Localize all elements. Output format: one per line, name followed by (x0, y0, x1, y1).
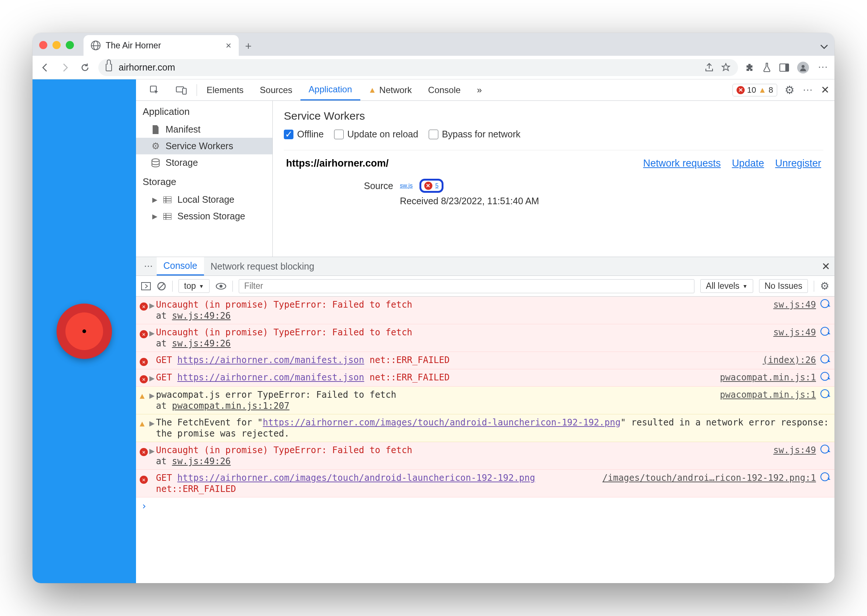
address-bar[interactable]: airhorner.com (98, 59, 738, 76)
sidebar-section-application: Application (136, 101, 273, 121)
clear-console-button[interactable] (157, 281, 166, 291)
forward-button[interactable] (58, 61, 72, 74)
console-settings-icon[interactable]: ⚙ (820, 280, 829, 292)
grid-icon (162, 195, 172, 204)
offline-checkbox[interactable]: ✓Offline (284, 129, 324, 140)
share-icon[interactable] (705, 63, 714, 72)
live-expression-button[interactable] (216, 283, 227, 290)
console-message[interactable]: ✕▶Uncaught (in promise) TypeError: Faile… (136, 324, 834, 352)
source-label: Source (286, 181, 393, 191)
update-on-reload-checkbox[interactable]: Update on reload (334, 129, 418, 140)
drawer-tab-nrb[interactable]: Network request blocking (204, 257, 321, 275)
new-tab-button[interactable]: + (244, 42, 253, 50)
tab-sources[interactable]: Sources (252, 79, 301, 101)
tab-console[interactable]: Console (420, 79, 468, 101)
manifest-icon (151, 125, 161, 134)
settings-icon[interactable]: ⚙ (785, 83, 794, 96)
error-icon: ✕ (424, 182, 432, 190)
message-source-link[interactable]: /images/touch/androi…ricon-192-192.png:1 (602, 472, 816, 495)
loop-icon (820, 389, 829, 398)
svg-rect-1 (785, 64, 789, 71)
bypass-for-network-checkbox[interactable]: Bypass for network (429, 129, 521, 140)
drawer-menu-button[interactable]: ⋮ (140, 262, 157, 271)
minimize-window-button[interactable] (52, 41, 61, 49)
devtools-tabstrip: Elements Sources Application ▲Network Co… (136, 79, 834, 101)
loop-icon (820, 327, 829, 336)
reload-button[interactable] (78, 61, 91, 74)
update-link[interactable]: Update (732, 158, 764, 169)
message-source-link[interactable]: sw.js:49 (773, 299, 816, 321)
message-source-link[interactable]: (index):26 (763, 355, 817, 366)
message-source-link[interactable]: sw.js:49 (773, 327, 816, 349)
context-selector[interactable]: top ▼ (178, 279, 210, 293)
sidebar-item-local-storage[interactable]: ▶ Local Storage (136, 191, 273, 208)
console-message[interactable]: ✕▶Uncaught (in promise) TypeError: Faile… (136, 297, 834, 324)
message-source-link[interactable]: pwacompat.min.js:1 (720, 389, 816, 412)
sidebar-item-manifest[interactable]: Manifest (136, 121, 273, 138)
warning-icon: ▲ (758, 85, 766, 95)
labs-icon[interactable] (762, 63, 771, 73)
console-prompt[interactable]: › (136, 497, 834, 514)
console-filter-input[interactable] (239, 279, 694, 293)
grid-icon (162, 212, 172, 221)
sidebar-item-session-storage[interactable]: ▶ Session Storage (136, 208, 273, 225)
console-message[interactable]: ▲▶The FetchEvent for "https://airhorner.… (136, 414, 834, 442)
error-icon: ✕ (140, 476, 148, 484)
sw-source-link[interactable]: sw.js (400, 182, 413, 189)
service-workers-panel: Service Workers ✓Offline Update on reloa… (273, 101, 834, 257)
extensions-icon[interactable] (745, 63, 754, 72)
inspect-icon[interactable] (141, 79, 168, 101)
sidebar-item-storage[interactable]: Storage (136, 154, 273, 171)
devtools: Elements Sources Application ▲Network Co… (136, 79, 834, 583)
gear-icon: ⚙ (151, 141, 161, 151)
console-toolbar: top ▼ All levels ▼ No Issues ⚙ (136, 276, 834, 297)
sidebar-item-service-workers[interactable]: ⚙ Service Workers (136, 138, 273, 154)
console-message[interactable]: ✕▶Uncaught (in promise) TypeError: Faile… (136, 442, 834, 470)
error-icon: ✕ (140, 358, 148, 366)
error-warning-badge[interactable]: ✕10 ▲8 (733, 84, 777, 96)
tab-application[interactable]: Application (301, 79, 360, 101)
error-icon: ✕ (140, 448, 148, 456)
unregister-link[interactable]: Unregister (775, 158, 821, 169)
svg-point-6 (152, 159, 159, 162)
console-message[interactable]: ✕▶GET https://airhorner.com/manifest.jso… (136, 369, 834, 387)
svg-rect-7 (163, 196, 172, 203)
more-tabs-button[interactable]: » (468, 79, 490, 101)
drawer-tab-console[interactable]: Console (157, 257, 204, 275)
maximize-window-button[interactable] (66, 41, 74, 49)
caret-right-icon: ▶ (152, 196, 158, 204)
devtools-menu-button[interactable]: ⋮ (802, 85, 813, 95)
side-panel-icon[interactable] (779, 63, 789, 72)
back-button[interactable] (38, 61, 52, 74)
warning-icon: ▲ (140, 391, 145, 400)
issues-button[interactable]: No Issues (759, 279, 808, 293)
close-window-button[interactable] (39, 41, 47, 49)
network-requests-link[interactable]: Network requests (643, 158, 720, 169)
browser-tab[interactable]: The Air Horner × (84, 35, 239, 56)
close-drawer-button[interactable]: ✕ (821, 260, 830, 273)
svg-rect-9 (142, 283, 150, 290)
browser-window: The Air Horner × + airhorner.com ⋮ (33, 33, 834, 583)
console-sidebar-toggle[interactable] (141, 282, 151, 290)
tabs-dropdown-button[interactable] (820, 45, 828, 49)
bookmark-icon[interactable] (721, 63, 731, 72)
airhorn-button[interactable] (57, 303, 112, 359)
close-tab-button[interactable]: × (226, 40, 231, 51)
tab-elements[interactable]: Elements (199, 79, 252, 101)
profile-button[interactable] (797, 62, 809, 74)
chrome-menu-button[interactable]: ⋮ (817, 63, 829, 73)
tab-network[interactable]: ▲Network (360, 79, 420, 101)
svg-rect-8 (163, 213, 172, 220)
console-message[interactable]: ✕GET https://airhorner.com/images/touch/… (136, 470, 834, 497)
message-source-link[interactable]: sw.js:49 (773, 445, 816, 467)
message-source-link[interactable]: pwacompat.min.js:1 (720, 372, 816, 384)
close-devtools-button[interactable]: ✕ (821, 84, 829, 96)
console-message[interactable]: ✕GET https://airhorner.com/manifest.json… (136, 352, 834, 369)
loop-icon (820, 372, 829, 381)
sw-error-count[interactable]: ✕ 5 (419, 179, 443, 193)
caret-right-icon: ▶ (152, 212, 158, 220)
toolbar: airhorner.com ⋮ (33, 56, 834, 79)
console-message[interactable]: ▲▶pwacompat.js error TypeError: Failed t… (136, 387, 834, 414)
device-icon[interactable] (168, 79, 195, 101)
log-levels-selector[interactable]: All levels ▼ (700, 279, 753, 293)
